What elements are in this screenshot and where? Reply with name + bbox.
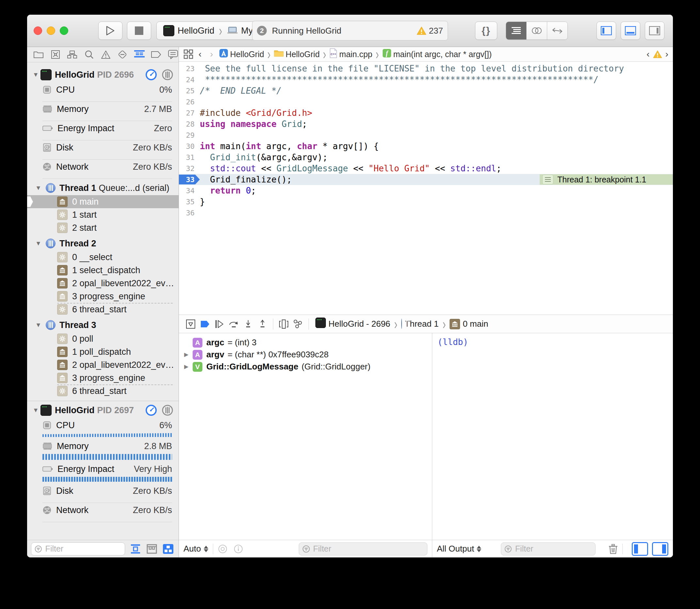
report-navigator-icon[interactable] xyxy=(168,49,178,60)
stat-row[interactable]: Memory2.7 MB xyxy=(42,102,178,121)
quicklook-icon[interactable] xyxy=(218,544,227,554)
breadcrumb-item[interactable]: fmain(int argc, char * argv[]) xyxy=(382,49,492,60)
variables-filter-field[interactable] xyxy=(299,542,428,556)
debug-breadcrumb-item[interactable]: Thread 1 xyxy=(401,319,439,329)
stat-row[interactable]: NetworkZero KB/s xyxy=(42,160,178,179)
disclosure-triangle-icon[interactable]: ▼ xyxy=(33,407,40,414)
code-line[interactable]: 27#include <Grid/Grid.h> xyxy=(179,107,673,119)
source-control-navigator-icon[interactable] xyxy=(50,49,61,60)
code-line[interactable]: 24 *************************************… xyxy=(179,74,673,85)
clear-console-icon[interactable] xyxy=(609,544,618,554)
code-line[interactable]: 36 xyxy=(179,207,673,218)
variable-row[interactable]: Aargc= (int) 3 xyxy=(179,336,432,349)
console-filter-input[interactable] xyxy=(515,544,592,554)
stop-button[interactable] xyxy=(127,21,151,40)
step-into-icon[interactable] xyxy=(241,317,255,331)
close-button[interactable] xyxy=(34,27,42,35)
frame-row[interactable]: 3 progress_engine xyxy=(27,371,178,384)
previous-issue-button[interactable]: ‹ xyxy=(647,49,649,59)
breadcrumb-item[interactable]: C++main.cpp xyxy=(329,48,372,60)
frame-row[interactable]: 2 opal_libevent2022_ev… xyxy=(27,358,178,371)
frame-row[interactable]: 0 poll xyxy=(27,332,178,345)
version-editor-button[interactable] xyxy=(547,22,567,39)
disclosure-triangle-icon[interactable]: ▼ xyxy=(35,240,43,247)
flat-view-mode-icon[interactable] xyxy=(129,543,142,555)
view-hierarchy-icon[interactable] xyxy=(276,317,291,331)
code-line[interactable]: 33 Grid_finalize();Thread 1: breakpoint … xyxy=(179,174,673,185)
console-filter-field[interactable] xyxy=(501,542,596,556)
frame-row[interactable]: 0 main xyxy=(27,195,178,208)
disclosure-triangle-icon[interactable]: ▼ xyxy=(35,321,43,329)
breadcrumb-item[interactable]: HelloGrid xyxy=(274,49,320,59)
back-button[interactable]: ‹ xyxy=(199,49,202,59)
frame-row[interactable]: 6 thread_start xyxy=(27,303,178,316)
stat-row[interactable]: CPU6% xyxy=(42,418,178,437)
breakpoint-navigator-icon[interactable] xyxy=(151,49,161,60)
frame-row[interactable]: 2 start xyxy=(27,221,178,234)
next-issue-button[interactable]: › xyxy=(665,49,668,59)
breakpoint-line-number[interactable]: 33 xyxy=(179,176,198,184)
forward-button[interactable]: › xyxy=(210,49,213,59)
frame-row[interactable]: 3 progress_engine xyxy=(27,290,178,303)
code-line[interactable]: 30int main(int argc, char * argv[]) { xyxy=(179,141,673,152)
stat-row[interactable]: DiskZero KB/s xyxy=(42,484,178,503)
project-navigator-icon[interactable] xyxy=(33,49,44,60)
frame-row[interactable]: 1 start xyxy=(27,208,178,221)
continue-icon[interactable] xyxy=(212,317,226,331)
hide-debug-area-icon[interactable] xyxy=(184,317,198,331)
console-output[interactable]: (lldb) xyxy=(432,333,673,540)
code-line[interactable]: 31 Grid_init(&argc,&argv); xyxy=(179,152,673,163)
process-row[interactable]: ▼HelloGridPID 2696 xyxy=(27,67,178,83)
related-items-icon[interactable] xyxy=(184,49,193,59)
step-over-icon[interactable] xyxy=(226,317,241,331)
thread-row[interactable]: ▼Thread 1Queue:...d (serial) xyxy=(27,181,178,195)
show-console-view-toggle[interactable] xyxy=(652,542,668,556)
find-navigator-icon[interactable] xyxy=(83,49,95,60)
threads-view-mode-icon[interactable] xyxy=(145,543,158,555)
memory-graph-icon[interactable] xyxy=(291,317,305,331)
code-line[interactable]: 28using namespace Grid; xyxy=(179,119,673,129)
debug-area-toggle-button[interactable] xyxy=(621,21,640,40)
issue-navigator-icon[interactable] xyxy=(100,49,111,60)
ui-hierarchy-mode-icon[interactable] xyxy=(161,543,175,555)
stat-row[interactable]: Memory2.8 MB xyxy=(42,439,178,460)
code-line[interactable]: 26 xyxy=(179,96,673,107)
stat-row[interactable]: Energy ImpactZero xyxy=(42,121,178,140)
minimize-button[interactable] xyxy=(47,27,55,35)
frame-row[interactable]: 6 thread_start xyxy=(27,384,178,398)
stat-row[interactable]: CPU0% xyxy=(42,83,178,102)
variables-filter-input[interactable] xyxy=(312,544,424,554)
code-snippets-button[interactable]: {} xyxy=(475,21,497,40)
info-icon[interactable] xyxy=(234,544,243,554)
debug-breadcrumb-item[interactable]: 0 main xyxy=(449,319,488,329)
breakpoints-enabled-icon[interactable] xyxy=(198,317,212,331)
navigator-filter-input[interactable] xyxy=(45,544,121,554)
code-line[interactable]: 34 return 0; xyxy=(179,185,673,196)
variable-row[interactable]: ▶VGrid::GridLogMessage(Grid::GridLogger) xyxy=(179,361,432,373)
thread-strips-icon[interactable] xyxy=(161,404,173,416)
disclosure-triangle-icon[interactable]: ▶ xyxy=(184,363,193,370)
step-out-icon[interactable] xyxy=(255,317,270,331)
code-line[interactable]: 25/* END LEGAL */ xyxy=(179,85,673,96)
disclosure-triangle-icon[interactable]: ▼ xyxy=(35,185,43,192)
thread-row[interactable]: ▼Thread 3 xyxy=(27,318,178,332)
frame-row[interactable]: 1 select_dispatch xyxy=(27,264,178,277)
navigator-toggle-button[interactable] xyxy=(597,21,616,40)
code-line[interactable]: 35} xyxy=(179,196,673,207)
activity-viewer[interactable]: 2 Running HelloGrid 237 xyxy=(252,21,448,40)
stat-row[interactable]: Energy ImpactVery High xyxy=(42,462,178,482)
test-navigator-icon[interactable] xyxy=(117,49,128,60)
code-line[interactable]: 23 See the full license in the file "LIC… xyxy=(179,63,673,74)
frame-row[interactable]: 2 opal_libevent2022_ev… xyxy=(27,277,178,290)
symbol-navigator-icon[interactable] xyxy=(67,49,78,60)
debug-breadcrumb-item[interactable]: HelloGrid - 2696 xyxy=(315,317,390,330)
standard-editor-button[interactable] xyxy=(506,22,527,39)
zoom-button[interactable] xyxy=(60,27,68,35)
code-line[interactable]: 29 xyxy=(179,129,673,141)
frame-row[interactable]: 1 poll_dispatch xyxy=(27,345,178,358)
profile-gauge-icon[interactable] xyxy=(145,69,157,81)
show-variables-view-toggle[interactable] xyxy=(632,542,648,556)
breakpoint-annotation[interactable]: Thread 1: breakpoint 1.1 xyxy=(540,174,673,185)
thread-strips-icon[interactable] xyxy=(161,69,173,81)
process-row[interactable]: ▼HelloGridPID 2697 xyxy=(27,402,178,418)
